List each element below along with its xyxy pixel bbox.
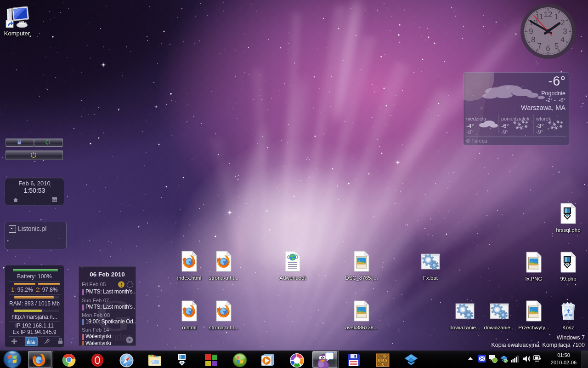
svg-text:12: 12 xyxy=(544,10,553,19)
svg-text:O: O xyxy=(381,358,384,362)
svg-text:!: ! xyxy=(120,282,122,288)
svg-text:7: 7 xyxy=(537,42,542,51)
svg-text:D: D xyxy=(378,358,381,362)
svg-text:X: X xyxy=(381,362,384,367)
svg-text:5: 5 xyxy=(554,42,559,51)
svg-text:8: 8 xyxy=(531,35,535,44)
svg-text:3: 3 xyxy=(563,27,567,36)
svg-text:9: 9 xyxy=(529,27,533,36)
svg-text:11: 11 xyxy=(536,12,544,21)
svg-text:1: 1 xyxy=(554,12,559,21)
svg-text:6: 6 xyxy=(546,44,550,53)
svg-text:4: 4 xyxy=(560,35,565,44)
svg-text:S: S xyxy=(385,358,387,362)
svg-text:2: 2 xyxy=(560,18,565,27)
